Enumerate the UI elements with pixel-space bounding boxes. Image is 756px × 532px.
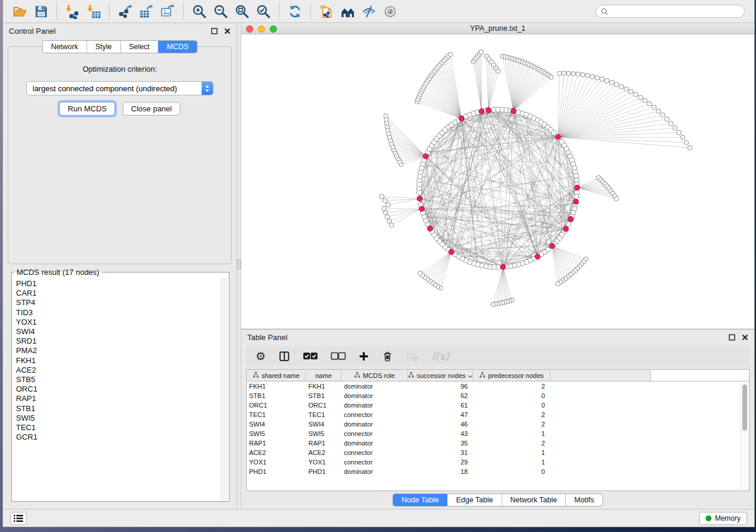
window-zoom-button[interactable]: [270, 25, 277, 33]
close-table-panel-icon[interactable]: [742, 334, 748, 341]
table-tab-network-table[interactable]: Network Table: [502, 494, 566, 506]
hide-elements-button[interactable]: [358, 2, 379, 20]
column-header-mcds-role[interactable]: MCDS role: [342, 370, 408, 382]
splitter-handle[interactable]: [237, 259, 241, 270]
birdseye-view-icon: [340, 4, 355, 19]
table-row[interactable]: PHD1PHD1dominator180: [247, 467, 749, 476]
export-table-button[interactable]: [136, 2, 157, 20]
split-view-button[interactable]: [279, 351, 290, 362]
cell-name: SWI4: [306, 421, 342, 428]
mcds-result-item[interactable]: STB5: [16, 375, 229, 384]
mcds-result-item[interactable]: SWI4: [16, 327, 229, 336]
column-header-successor-nodes[interactable]: successor nodes: [408, 370, 473, 382]
toolbar-separator: [310, 3, 311, 20]
cell-mcds-role: dominator: [342, 392, 408, 399]
show-hidden-button[interactable]: [379, 2, 401, 20]
close-panel-icon[interactable]: [224, 28, 231, 34]
window-minimize-button[interactable]: [258, 25, 265, 33]
tab-style[interactable]: Style: [87, 41, 120, 53]
mcds-result-item[interactable]: TID3: [16, 308, 229, 318]
clone-network-button[interactable]: [315, 2, 337, 20]
create-column-button[interactable]: [359, 351, 369, 361]
mcds-list-scrollbar[interactable]: [221, 278, 228, 500]
criterion-dropdown[interactable]: largest connected component (undirected): [26, 81, 213, 95]
mcds-result-item[interactable]: CAR1: [16, 289, 229, 298]
tab-network[interactable]: Network: [43, 41, 87, 53]
table-row[interactable]: SWI4SWI4dominator462: [247, 419, 749, 429]
table-row[interactable]: RAP1RAP1dominator352: [247, 438, 749, 448]
zoom-fit-button[interactable]: [231, 2, 253, 20]
birdseye-view-button[interactable]: [337, 2, 358, 20]
mcds-result-item[interactable]: ACE2: [16, 366, 229, 375]
mcds-result-item[interactable]: TEC1: [16, 423, 229, 432]
table-row[interactable]: TEC1TEC1connector472: [247, 410, 749, 419]
table-scrollbar[interactable]: [741, 382, 748, 490]
function-builder-button[interactable]: f(x): [432, 350, 449, 362]
table-row[interactable]: ORC1ORC1dominator610: [247, 400, 749, 410]
mcds-result-item[interactable]: YOX1: [16, 318, 229, 327]
zoom-out-button[interactable]: [210, 2, 231, 20]
open-file-button[interactable]: [9, 2, 30, 20]
column-header-predecessor-nodes[interactable]: predecessor nodes: [473, 370, 550, 382]
cell-shared-name: STB1: [247, 392, 306, 399]
delete-column-button[interactable]: [382, 351, 393, 362]
search-box[interactable]: [595, 5, 745, 18]
delete-table-button[interactable]: [406, 351, 419, 362]
cell-successor-nodes: 46: [408, 421, 473, 428]
table-panel-title: Table Panel: [247, 333, 288, 342]
table-row[interactable]: SWI5SWI5connector431: [247, 429, 749, 438]
column-header-shared-name[interactable]: shared name: [247, 370, 306, 382]
network-window-titlebar[interactable]: YPA_prune.txt_1: [241, 23, 754, 34]
zoom-selected-button[interactable]: [253, 2, 274, 20]
import-network-button[interactable]: [62, 2, 83, 20]
mcds-result-item[interactable]: FKH1: [16, 356, 229, 366]
search-input[interactable]: [611, 7, 739, 15]
cell-predecessor-nodes: 0: [473, 392, 550, 399]
table-tab-node-table[interactable]: Node Table: [393, 494, 447, 506]
table-row[interactable]: YOX1YOX1connector291: [247, 457, 749, 467]
network-canvas[interactable]: [241, 34, 754, 329]
deselect-all-rows-button[interactable]: [331, 352, 346, 361]
column-header-name[interactable]: name: [306, 370, 342, 382]
table-tab-edge-table[interactable]: Edge Table: [447, 494, 501, 506]
task-history-button[interactable]: [10, 512, 27, 525]
mcds-result-item[interactable]: PMA2: [16, 346, 229, 355]
mcds-result-item[interactable]: STB1: [16, 404, 229, 414]
main-area: Control Panel NetworkStyleSelectMCDS Opt…: [3, 23, 754, 509]
refresh-button[interactable]: [284, 2, 305, 20]
table-settings-button[interactable]: ⚙: [256, 351, 266, 362]
mcds-result-item[interactable]: PHD1: [16, 279, 229, 289]
run-mcds-button[interactable]: Run MCDS: [59, 102, 115, 116]
close-panel-button[interactable]: Close panel: [123, 102, 180, 116]
table-row[interactable]: ACE2ACE2connector311: [247, 448, 749, 457]
criterion-value: largest connected component (undirected): [33, 84, 177, 93]
window-close-button[interactable]: [246, 25, 253, 33]
column-header-label: shared name: [261, 372, 299, 379]
float-panel-icon[interactable]: [211, 28, 218, 34]
export-image-button[interactable]: [157, 2, 178, 20]
cell-successor-nodes: 43: [408, 430, 473, 437]
mcds-result-item[interactable]: ORC1: [16, 384, 229, 394]
table-panel: Table Panel ⚙f(x) shared namenameMCDS ro…: [241, 329, 754, 509]
export-network-button[interactable]: [114, 2, 136, 20]
table-scrollbar-thumb[interactable]: [742, 384, 747, 431]
table-row[interactable]: STB1STB1dominator620: [247, 391, 749, 400]
table-row[interactable]: FKH1FKH1dominator962: [247, 382, 749, 391]
panel-splitter[interactable]: [237, 23, 241, 509]
mcds-result-item[interactable]: STP4: [16, 298, 229, 307]
cell-name: PHD1: [306, 468, 342, 475]
mcds-result-item[interactable]: RAP1: [16, 394, 229, 403]
tab-mcds[interactable]: MCDS: [158, 41, 197, 53]
memory-button[interactable]: Memory: [699, 512, 747, 525]
float-table-panel-icon[interactable]: [729, 334, 735, 341]
table-tab-motifs[interactable]: Motifs: [565, 494, 602, 506]
save-session-button[interactable]: [30, 2, 52, 20]
mcds-result-item[interactable]: SRD1: [16, 336, 229, 346]
select-all-rows-button[interactable]: [303, 352, 318, 361]
tab-select[interactable]: Select: [120, 41, 158, 53]
import-table-button[interactable]: [83, 2, 104, 20]
mcds-result-item[interactable]: SWI5: [16, 414, 229, 423]
mcds-result-item[interactable]: GCR1: [16, 432, 229, 442]
zoom-in-button[interactable]: [189, 2, 210, 20]
network-svg[interactable]: [241, 34, 754, 329]
